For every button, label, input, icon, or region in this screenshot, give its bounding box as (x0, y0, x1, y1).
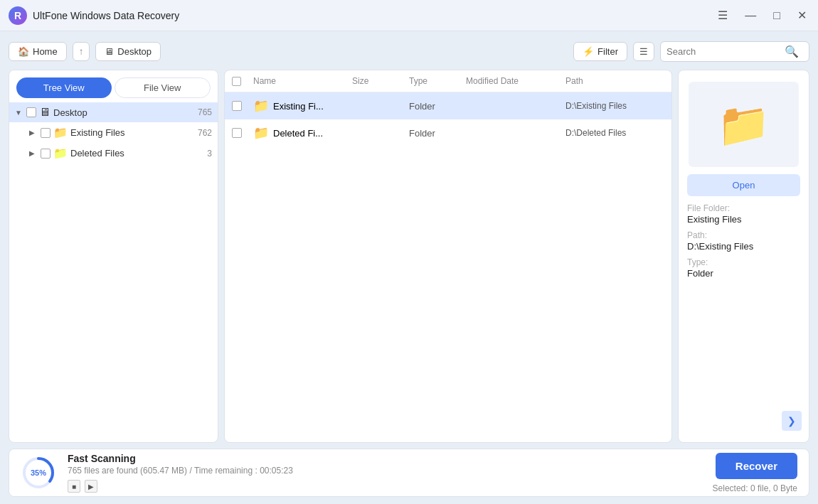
path-value: D:\Existing Files (687, 241, 800, 252)
tree-check-desktop[interactable] (26, 107, 36, 117)
scan-title: Fast Scanning (68, 453, 701, 464)
filter-icon: ⚡ (583, 46, 594, 57)
list-icon: ☰ (639, 46, 648, 57)
mid-panel: Name Size Type Modified Date Path 📁 Exis… (224, 70, 672, 443)
list-view-button[interactable]: ☰ (633, 42, 654, 61)
header-path: Path (565, 76, 664, 86)
row-path-deleted: D:\Deleted Files (565, 128, 664, 138)
scan-controls: ■ ▶ (68, 480, 701, 493)
tree-check-existing[interactable] (41, 128, 51, 138)
toolbar: 🏠 Home ↑ 🖥 Desktop ⚡ Filter ☰ 🔍 (9, 38, 809, 64)
tree-arrow-existing: ▶ (29, 129, 38, 136)
tree-view-tab[interactable]: Tree View (16, 77, 112, 98)
preview-area: 📁 (689, 82, 799, 167)
right-panel: 📁 Open File Folder: Existing Files Path:… (678, 70, 809, 443)
row-check-existing[interactable] (232, 101, 242, 111)
progress-circle: 35% (21, 455, 56, 490)
header-type: Type (409, 76, 466, 86)
stop-button[interactable]: ■ (68, 480, 80, 493)
menu-button[interactable]: ☰ (715, 9, 731, 23)
tree-arrow-deleted: ▶ (29, 149, 38, 157)
titlebar: R UltFone Windows Data Recovery ☰ — □ ✕ (0, 0, 818, 31)
tree-label-existing: Existing Files (70, 127, 192, 138)
recover-button[interactable]: Recover (716, 453, 797, 479)
tree-content: ▼ 🖥 Desktop 765 ▶ 📁 Existing Files 762 ▶ (9, 98, 218, 442)
home-icon: 🏠 (18, 46, 29, 57)
filter-button[interactable]: ⚡ Filter (573, 42, 627, 61)
preview-folder-icon: 📁 (717, 100, 770, 150)
file-view-tab[interactable]: File View (115, 77, 211, 98)
meta-type-block: Type: Folder (687, 257, 800, 279)
search-icon: 🔍 (785, 45, 799, 58)
tree-item-desktop[interactable]: ▼ 🖥 Desktop 765 (9, 102, 218, 122)
row-path-existing: D:\Existing Files (565, 101, 664, 111)
tree-count-desktop: 765 (198, 107, 212, 117)
tree-item-existing[interactable]: ▶ 📁 Existing Files 762 (23, 122, 218, 143)
next-button[interactable]: ❯ (782, 411, 802, 431)
home-button[interactable]: 🏠 Home (9, 42, 67, 61)
chevron-right-icon: ❯ (787, 415, 796, 427)
path-label: Path: (687, 230, 800, 240)
open-button[interactable]: Open (687, 174, 800, 196)
app-title: UltFone Windows Data Recovery (33, 10, 179, 21)
selected-info: Selected: 0 file, 0 Byte (713, 483, 797, 493)
header-modified: Modified Date (466, 76, 565, 86)
file-row-existing[interactable]: 📁 Existing Fi... Folder D:\Existing File… (225, 92, 671, 119)
header-checkbox[interactable] (232, 77, 241, 86)
row-icon-deleted: 📁 (253, 125, 269, 141)
row-icon-existing: 📁 (253, 98, 269, 114)
back-button[interactable]: ↑ (73, 42, 90, 61)
monitor-icon: 🖥 (105, 46, 114, 57)
main-window: 🏠 Home ↑ 🖥 Desktop ⚡ Filter ☰ 🔍 Tree Vie… (0, 31, 818, 504)
folder-label: File Folder: (687, 203, 800, 213)
left-panel: Tree View File View ▼ 🖥 Desktop 765 ▶ 📁 (9, 70, 218, 443)
minimize-button[interactable]: — (742, 9, 759, 23)
existing-tree-icon: 📁 (53, 126, 68, 139)
scan-subtitle: 765 files are found (605.47 MB) / Time r… (68, 466, 701, 476)
scan-info: Fast Scanning 765 files are found (605.4… (68, 453, 701, 493)
close-button[interactable]: ✕ (795, 9, 809, 23)
search-box: 🔍 (660, 41, 809, 62)
view-tabs: Tree View File View (9, 70, 218, 98)
desktop-button[interactable]: 🖥 Desktop (95, 42, 161, 61)
tree-count-existing: 762 (198, 128, 212, 138)
titlebar-left: R UltFone Windows Data Recovery (9, 6, 179, 25)
meta-folder-block: File Folder: Existing Files (687, 203, 800, 225)
type-label: Type: (687, 257, 800, 267)
folder-value: Existing Files (687, 214, 800, 225)
desktop-tree-icon: 🖥 (39, 106, 51, 119)
file-table-body: 📁 Existing Fi... Folder D:\Existing File… (225, 92, 671, 442)
file-meta: File Folder: Existing Files Path: D:\Exi… (687, 203, 800, 279)
up-arrow-icon: ↑ (79, 46, 84, 57)
type-value: Folder (687, 268, 800, 279)
search-input[interactable] (666, 46, 780, 57)
row-name-deleted: Deleted Fi... (273, 128, 323, 139)
titlebar-controls: ☰ — □ ✕ (715, 9, 809, 23)
row-name-existing: Existing Fi... (273, 101, 324, 112)
header-size: Size (352, 76, 409, 86)
tree-arrow-desktop: ▼ (15, 109, 23, 117)
tree-check-deleted[interactable] (41, 149, 51, 159)
content-area: Tree View File View ▼ 🖥 Desktop 765 ▶ 📁 (9, 70, 809, 443)
row-type-existing: Folder (409, 101, 466, 112)
tree-item-deleted[interactable]: ▶ 📁 Deleted Files 3 (23, 143, 218, 163)
header-check (232, 77, 253, 86)
header-name: Name (253, 76, 352, 86)
maximize-button[interactable]: □ (770, 9, 783, 23)
play-button[interactable]: ▶ (85, 480, 97, 493)
row-check-deleted[interactable] (232, 128, 242, 138)
tree-count-deleted: 3 (207, 149, 212, 159)
tree-label-deleted: Deleted Files (70, 148, 201, 159)
file-table-header: Name Size Type Modified Date Path (225, 70, 671, 92)
bottom-bar: 35% Fast Scanning 765 files are found (6… (9, 449, 809, 497)
deleted-tree-icon: 📁 (53, 146, 68, 160)
file-row-deleted[interactable]: 📁 Deleted Fi... Folder D:\Deleted Files (225, 119, 671, 146)
meta-path-block: Path: D:\Existing Files (687, 230, 800, 252)
tree-label-desktop: Desktop (53, 107, 192, 118)
progress-text: 35% (31, 468, 46, 477)
app-logo: R (9, 6, 27, 25)
row-type-deleted: Folder (409, 128, 466, 139)
bottom-right: Recover Selected: 0 file, 0 Byte (713, 453, 797, 493)
